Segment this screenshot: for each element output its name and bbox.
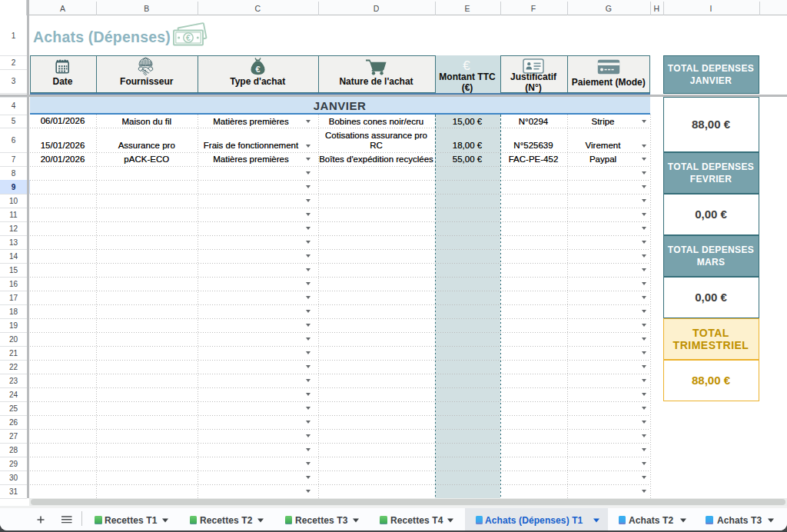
svg-text:€: € bbox=[186, 33, 191, 42]
svg-text:€: € bbox=[255, 65, 260, 74]
